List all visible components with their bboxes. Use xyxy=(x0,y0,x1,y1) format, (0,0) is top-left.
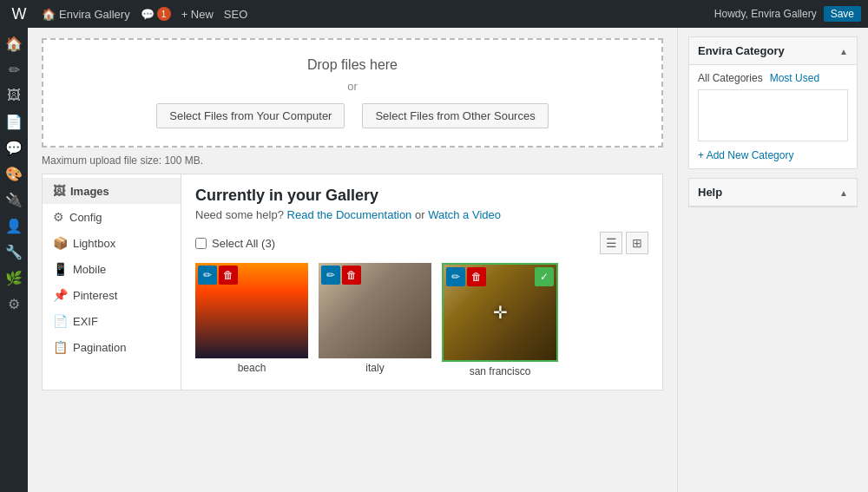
add-category-link[interactable]: + Add New Category xyxy=(698,149,793,161)
site-link[interactable]: 🏠 Envira Gallery xyxy=(42,8,130,21)
pinterest-icon: 📌 xyxy=(53,288,68,302)
gallery-title: Currently in your Gallery xyxy=(195,187,648,205)
right-sidebar: Envira Category All Categories Most Used… xyxy=(677,28,868,492)
save-button[interactable]: Save xyxy=(824,6,861,22)
topbar: W 🏠 Envira Gallery 💬 1 + New SEO Howdy, … xyxy=(0,0,868,28)
admin-nav-media[interactable]: 🖼 xyxy=(2,83,26,108)
italy-delete-icon[interactable]: 🗑 xyxy=(342,266,361,285)
admin-sidebar: 🏠 ✏ 🖼 📄 💬 🎨 🔌 👤 🔧 🌿 ⚙ xyxy=(0,28,28,492)
comment-badge-count: 1 xyxy=(157,7,171,21)
beach-delete-icon[interactable]: 🗑 xyxy=(219,266,238,285)
nav-item-pinterest[interactable]: 📌 Pinterest xyxy=(43,282,181,308)
admin-nav-users[interactable]: 👤 xyxy=(2,213,26,238)
nav-label-pinterest: Pinterest xyxy=(73,289,117,302)
grid-view-button[interactable]: ⊞ xyxy=(626,232,648,254)
sf-delete-icon[interactable]: 🗑 xyxy=(467,267,486,286)
gallery-nav: 🖼 Images ⚙ Config 📦 Lightbox 📱 Mobile 📌 xyxy=(43,174,181,390)
nav-item-lightbox[interactable]: 📦 Lightbox xyxy=(43,230,181,256)
seo-link[interactable]: SEO xyxy=(224,8,247,21)
nav-label-mobile: Mobile xyxy=(73,263,106,276)
all-categories-tab[interactable]: All Categories xyxy=(698,72,763,84)
help-collapse-icon[interactable] xyxy=(839,186,848,199)
config-icon: ⚙ xyxy=(53,210,64,224)
category-section-header: Envira Category xyxy=(689,37,857,65)
selected-item-wrapper: ✏ 🗑 ✓ ✛ xyxy=(442,263,558,362)
admin-nav-envira[interactable]: 🌿 xyxy=(2,266,26,290)
documentation-link[interactable]: Read the Documentation xyxy=(287,208,412,221)
new-button[interactable]: + New xyxy=(181,8,214,21)
images-icon: 🖼 xyxy=(53,184,65,198)
image-thumb-beach[interactable]: ✏ 🗑 xyxy=(195,263,308,358)
category-tabs: All Categories Most Used xyxy=(698,72,848,84)
new-label: + New xyxy=(181,8,214,21)
watch-video-link[interactable]: Watch a Video xyxy=(428,208,501,221)
site-name: Envira Gallery xyxy=(59,8,130,21)
image-item-beach: ✏ 🗑 beach xyxy=(195,263,308,377)
help-title: Help xyxy=(698,186,722,199)
category-input[interactable] xyxy=(698,89,848,141)
mobile-icon: 📱 xyxy=(53,262,68,276)
image-thumb-sf[interactable]: ✏ 🗑 ✓ ✛ xyxy=(444,265,556,360)
howdy-text: Howdy, Envira Gallery xyxy=(714,8,817,20)
nav-label-exif: EXIF xyxy=(73,315,98,328)
comment-count[interactable]: 💬 1 xyxy=(141,7,171,21)
list-view-button[interactable]: ☰ xyxy=(600,232,622,254)
nav-label-config: Config xyxy=(69,211,102,224)
nav-item-images[interactable]: 🖼 Images xyxy=(43,178,181,204)
sf-check-icon: ✓ xyxy=(535,267,554,286)
gallery-main: Currently in your Gallery Need some help… xyxy=(181,174,662,390)
most-used-tab[interactable]: Most Used xyxy=(770,72,819,84)
home-icon: 🏠 xyxy=(42,8,56,21)
select-from-computer-button[interactable]: Select Files from Your Computer xyxy=(156,103,345,128)
image-grid: ✏ 🗑 beach ✏ 🗑 xyxy=(195,263,648,377)
select-all-checkbox[interactable] xyxy=(195,238,207,249)
lightbox-icon: 📦 xyxy=(53,236,68,250)
wp-logo: W xyxy=(7,5,31,23)
nav-label-lightbox: Lightbox xyxy=(73,237,115,250)
beach-label: beach xyxy=(238,362,266,374)
sf-label: san francisco xyxy=(470,365,531,377)
admin-nav-dashboard[interactable]: 🏠 xyxy=(2,31,26,56)
admin-nav-settings[interactable]: ⚙ xyxy=(2,292,26,316)
image-item-san-francisco: ✏ 🗑 ✓ ✛ san francisco xyxy=(442,263,558,377)
category-collapse-icon[interactable] xyxy=(839,44,848,57)
exif-icon: 📄 xyxy=(53,314,68,328)
beach-overlay-icons: ✏ 🗑 xyxy=(195,263,240,287)
content-area: Drop files here or Select Files from You… xyxy=(28,28,677,492)
topbar-right: Howdy, Envira Gallery Save xyxy=(714,6,861,22)
select-all-left: Select All (3) xyxy=(195,237,275,250)
select-all-label: Select All (3) xyxy=(212,237,275,250)
italy-overlay-icons: ✏ 🗑 xyxy=(319,263,364,287)
nav-item-config[interactable]: ⚙ Config xyxy=(43,204,181,230)
or-text: or xyxy=(61,80,644,93)
sf-overlay-icons: ✏ 🗑 xyxy=(444,265,489,289)
select-from-other-button[interactable]: Select Files from Other Sources xyxy=(362,103,548,128)
view-icons: ☰ ⊞ xyxy=(600,232,648,254)
image-thumb-italy[interactable]: ✏ 🗑 xyxy=(319,263,431,358)
admin-nav-posts[interactable]: ✏ xyxy=(2,57,26,82)
sf-edit-icon[interactable]: ✏ xyxy=(446,267,465,286)
admin-nav-plugins[interactable]: 🔌 xyxy=(2,187,26,212)
admin-nav-comments[interactable]: 💬 xyxy=(2,135,26,160)
max-size-text: Maximum upload file size: 100 MB. xyxy=(42,154,663,167)
help-prefix: Need some help? xyxy=(195,208,284,221)
gallery-panel: 🖼 Images ⚙ Config 📦 Lightbox 📱 Mobile 📌 xyxy=(42,174,663,390)
help-section: Help xyxy=(688,178,858,207)
gallery-help: Need some help? Read the Documentation o… xyxy=(195,208,648,221)
beach-edit-icon[interactable]: ✏ xyxy=(198,266,217,285)
italy-label: italy xyxy=(365,362,384,374)
category-title: Envira Category xyxy=(698,44,785,57)
pagination-icon: 📋 xyxy=(53,340,68,354)
admin-nav-pages[interactable]: 📄 xyxy=(2,109,26,134)
nav-item-exif[interactable]: 📄 EXIF xyxy=(43,308,181,334)
nav-item-mobile[interactable]: 📱 Mobile xyxy=(43,256,181,282)
admin-nav-appearance[interactable]: 🎨 xyxy=(2,161,26,186)
admin-nav-tools[interactable]: 🔧 xyxy=(2,239,26,264)
category-section-body: All Categories Most Used + Add New Categ… xyxy=(689,65,857,168)
italy-edit-icon[interactable]: ✏ xyxy=(321,266,340,285)
category-section: Envira Category All Categories Most Used… xyxy=(688,36,858,169)
drop-text: Drop files here xyxy=(61,57,644,73)
select-all-row: Select All (3) ☰ ⊞ xyxy=(195,232,648,254)
nav-label-images: Images xyxy=(70,185,109,198)
nav-item-pagination[interactable]: 📋 Pagination xyxy=(43,334,181,360)
